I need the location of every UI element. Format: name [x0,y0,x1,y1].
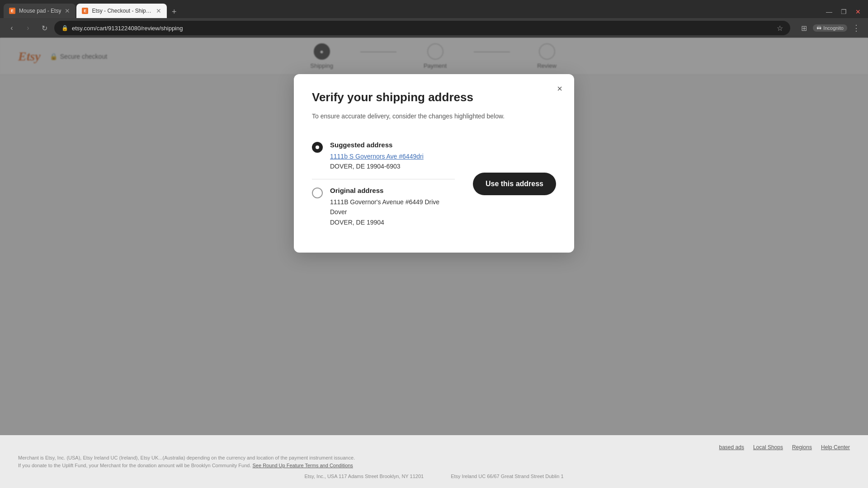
footer-link-local-shops[interactable]: Local Shops [753,444,783,450]
suggested-address-option[interactable]: Suggested address 1111b S Governors Ave … [312,134,455,179]
back-button[interactable]: ‹ [5,22,18,34]
footer-address-ireland: Etsy Ireland UC 66/67 Great Strand Stree… [451,474,563,479]
tab1-close[interactable]: ✕ [65,7,70,14]
extensions-button[interactable]: ⊞ [797,22,810,34]
footer-link-regions[interactable]: Regions [792,444,812,450]
url-text: etsy.com/cart/9131224080/review/shipping [72,25,769,32]
tab-2[interactable]: E Etsy - Checkout - Shipping ✕ [76,4,167,18]
original-address-content: Original address 1111B Governor's Avenue… [330,187,455,227]
suggested-label: Suggested address [330,141,455,149]
modal-close-button[interactable]: × [552,81,567,96]
original-radio[interactable] [312,188,323,198]
forward-button[interactable]: › [22,22,34,34]
tab2-close[interactable]: ✕ [156,7,161,14]
browser-chrome: E Mouse pad - Etsy ✕ E Etsy - Checkout -… [0,0,868,38]
reload-button[interactable]: ↻ [38,22,51,34]
tab-1[interactable]: E Mouse pad - Etsy ✕ [4,4,75,18]
tab1-title: Mouse pad - Etsy [19,8,61,14]
address-options-row: Suggested address 1111b S Governors Ave … [312,134,556,235]
tab2-title: Etsy - Checkout - Shipping [92,8,152,14]
window-controls: — ❐ ✕ [823,5,864,18]
use-address-button[interactable]: Use this address [473,173,556,195]
footer-legal-text: Merchant is Etsy, Inc. (USA), Etsy Irela… [18,454,850,462]
footer-addresses: Etsy, Inc., USA 117 Adams Street Brookly… [18,474,850,479]
footer-link-based-ads[interactable]: based ads [719,444,744,450]
browser-actions: ⊞ 🕶 Incognito ⋮ [797,22,863,34]
tab1-favicon: E [9,8,15,14]
minimize-button[interactable]: — [823,5,835,18]
verify-address-modal: × Verify your shipping address To ensure… [294,74,574,253]
tab2-favicon: E [82,8,88,14]
footer-link-help-center[interactable]: Help Center [821,444,850,450]
close-icon: × [557,84,562,94]
maximize-button[interactable]: ❐ [837,5,850,18]
suggested-line1-part2: 6449dri [402,153,424,160]
incognito-icon: 🕶 [816,25,821,31]
suggested-address-line2: DOVER, DE 19904-6903 [330,161,455,171]
page-content: Etsy 🔒 Secure checkout ● Shipping Paymen… [0,38,868,488]
original-address-line1: 1111B Governor's Avenue #6449 Drive Dove… [330,197,455,217]
close-window-button[interactable]: ✕ [852,5,864,18]
modal-overlay: × Verify your shipping address To ensure… [0,38,868,488]
address-bar-row: ‹ › ↻ 🔒 etsy.com/cart/9131224080/review/… [0,18,868,38]
incognito-label: Incognito [823,25,844,31]
address-bar[interactable]: 🔒 etsy.com/cart/9131224080/review/shippi… [54,21,790,35]
modal-subtitle: To ensure accurate delivery, consider th… [312,112,556,121]
address-options: Suggested address 1111b S Governors Ave … [312,134,455,235]
suggested-address-line1: 1111b S Governors Ave #6449dri [330,151,455,161]
lock-icon: 🔒 [61,25,68,31]
modal-title: Verify your shipping address [312,90,556,104]
address-bar-icons: ☆ [777,24,783,33]
original-address-line2: DOVER, DE 19904 [330,217,455,227]
suggested-line1-part1: 1111b S Governors Ave # [330,153,402,160]
suggested-radio[interactable] [312,142,323,153]
footer-uplift-text: If you donate to the Uplift Fund, your M… [18,462,850,469]
bookmark-icon[interactable]: ☆ [777,24,783,33]
incognito-badge: 🕶 Incognito [813,24,847,32]
tab-bar: E Mouse pad - Etsy ✕ E Etsy - Checkout -… [0,0,868,18]
suggested-address-content: Suggested address 1111b S Governors Ave … [330,141,455,172]
menu-button[interactable]: ⋮ [850,22,863,34]
uplift-link[interactable]: See Round Up Feature Terms and Condition… [253,463,353,468]
new-tab-button[interactable]: + [168,5,180,18]
page-footer: based ads Local Shops Regions Help Cente… [0,435,868,488]
original-label: Original address [330,187,455,194]
footer-address-usa: Etsy, Inc., USA 117 Adams Street Brookly… [304,474,424,479]
original-address-option[interactable]: Original address 1111B Governor's Avenue… [312,179,455,235]
